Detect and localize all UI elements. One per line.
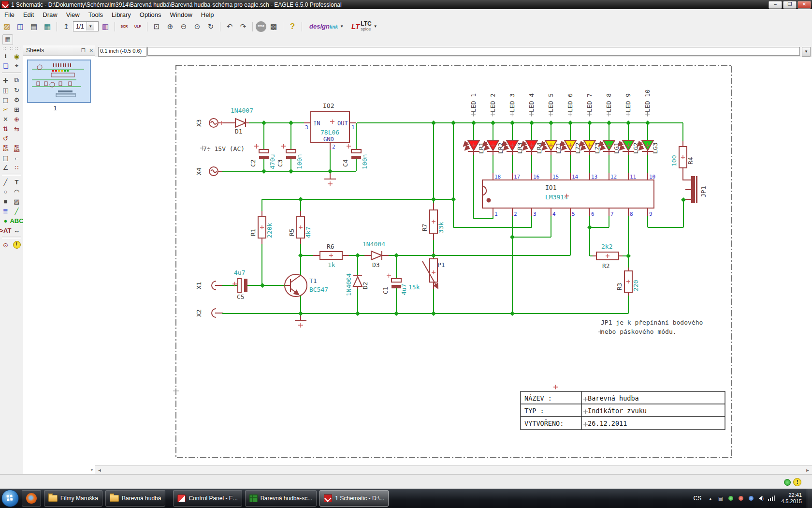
tool-invoke-icon[interactable]: ∷ [11,163,22,172]
component-led9[interactable]: LED 9 LG2 [618,93,639,180]
menu-edit[interactable]: Edit [19,10,38,19]
sheet-selector-arrow[interactable]: ▼ [87,22,94,30]
sheet-thumbnail[interactable] [27,60,91,103]
canvas-hscrollbar[interactable]: ◄ ► [95,465,812,475]
ltc-spice-button[interactable]: LT LTC spice [351,21,372,31]
tool-delete-icon[interactable]: ✕ [0,114,11,124]
help-icon[interactable]: ? [286,21,299,32]
tool-erc-icon[interactable]: ⊙ [0,240,11,250]
tool-change-icon[interactable]: ⚙ [11,95,22,105]
run-ulp-icon[interactable]: ULP [131,21,144,32]
design-link-button[interactable]: designlink [309,23,338,30]
tool-split-icon[interactable]: ∠ [0,163,11,172]
menu-view[interactable]: View [62,10,84,19]
component-jp1[interactable]: JP1 [683,173,707,203]
jp1-note[interactable]: JP1 je k přepínání bodového nebo páskové… [598,319,703,335]
title-bar[interactable]: 1 Schematic - D:\Dokumenty\Schéma\lm3914… [0,0,812,9]
tool-attribute-icon[interactable]: >AT [0,225,11,235]
component-c2[interactable]: C2 470u [249,123,276,171]
clock[interactable]: 22:41 4.5.2015 [781,492,802,505]
run-script-icon[interactable]: SCR [118,21,130,32]
minimize-button[interactable]: – [768,1,782,9]
component-x1[interactable]: X1 [195,281,223,290]
tray-status-green-icon[interactable] [726,494,735,502]
menu-help[interactable]: Help [197,10,218,19]
component-c3[interactable]: C3 100n [276,123,303,171]
tool-smash-icon[interactable]: ▤ [0,153,11,163]
tray-app-icon[interactable]: ▤ [716,494,725,502]
undo-icon[interactable]: ↶ [223,21,236,32]
menu-library[interactable]: Library [107,10,135,19]
show-hidden-icons[interactable]: ▴ [706,494,714,502]
tool-group-icon[interactable]: ▢ [0,95,11,105]
component-t1[interactable]: T1 BC547 [285,274,328,297]
command-history-arrow[interactable]: ▼ [802,47,811,57]
schematic-canvas[interactable]: X3 1N4007 D1 C2 470u C3 [95,57,812,465]
menu-file[interactable]: File [0,10,19,19]
component-d3[interactable]: 1N4004 D3 [362,240,389,269]
tool-add-icon[interactable]: ⊕ [11,114,22,124]
grid-button[interactable]: ▦ [2,34,13,45]
component-led8[interactable]: LED 8 LG1 [599,93,620,180]
component-x2[interactable]: X2 [195,309,223,317]
tray-status-blue-icon[interactable] [747,494,755,502]
drop-icon[interactable]: ↥ [60,21,72,32]
component-d2[interactable]: 1N4004 D2 [345,255,369,314]
component-led3[interactable]: LED 3 LR3 [502,93,523,180]
tool-miter-icon[interactable]: ⌐ [11,153,22,163]
component-led1[interactable]: LED 1 LR1 [464,93,485,219]
language-indicator[interactable]: CS [694,495,702,502]
show-desktop-button[interactable] [807,489,812,508]
tool-bus-icon[interactable]: ≣ [0,206,11,216]
tool-copy-icon[interactable]: ⧉ [11,75,22,85]
tool-value-icon[interactable]: R210k [11,143,22,153]
tool-cut-icon[interactable]: ✂ [0,105,11,114]
traffic-icon[interactable]: ▩ [267,21,280,32]
component-c4[interactable]: C4 100n [342,123,368,171]
tool-text-icon[interactable]: T [11,177,22,187]
tool-info-icon[interactable]: i [0,51,11,61]
tool-arc-icon[interactable]: ◠ [11,187,22,196]
command-line-input[interactable] [147,47,800,56]
tray-status-red-icon[interactable] [737,494,745,502]
component-led2[interactable]: LED 2 LR2 [483,93,504,180]
tool-move-icon[interactable]: ✚ [0,75,11,85]
schematic-drawing[interactable]: X3 1N4007 D1 C2 470u C3 [95,57,812,465]
tool-errors-icon[interactable]: ! [11,240,22,250]
open-icon[interactable]: ▨ [0,21,13,32]
component-led5[interactable]: LED 5 LZ1 [541,93,562,180]
menu-tools[interactable]: Tools [84,10,107,19]
print-icon[interactable]: ▤ [28,21,40,32]
tool-dimension-icon[interactable]: ↔ [11,225,22,235]
tool-net-icon[interactable]: ╱ [11,206,22,216]
sheets-panel-header[interactable]: Sheets ❐ ✕ [23,45,95,56]
component-r1[interactable]: R1 220k [249,211,273,285]
zoom-redraw-icon[interactable]: ↻ [204,21,217,32]
component-r4[interactable]: 100 R4 [670,141,694,173]
tool-pinswap-icon[interactable]: ⇅ [0,124,11,134]
float-panel-icon[interactable]: ❐ [79,48,87,53]
component-r7[interactable]: R7 33k [421,203,445,252]
tool-mirror-icon[interactable]: ◫ [0,85,11,95]
component-x3[interactable]: X3 [195,119,231,127]
menu-options[interactable]: Options [135,10,166,19]
volume-icon[interactable]: ) [757,494,765,502]
sheet-selector[interactable]: 1/1 ▼ [73,21,99,31]
menu-draw[interactable]: Draw [38,10,61,19]
tool-gateswap-icon[interactable]: ⇆ [11,124,22,134]
component-io1[interactable]: IO1 LM3914 18 17 16 15 14 13 12 11 10 1 … [482,174,655,217]
sheets-scroll-down-icon[interactable]: ▼ [90,468,94,472]
tool-show-icon[interactable]: ◉ [11,51,22,61]
close-panel-icon[interactable]: ✕ [87,48,95,53]
tool-rotate-icon[interactable]: ↻ [11,85,22,95]
save-icon[interactable]: ◫ [14,21,27,32]
status-warning-icon[interactable]: ! [793,478,801,486]
status-ok-icon[interactable] [784,479,791,486]
component-p1[interactable]: P1 15k [408,252,445,314]
component-r2[interactable]: 2k2 R2 [590,243,628,269]
export-image-icon[interactable]: ▦ [41,21,54,32]
component-io2[interactable]: IO2 IN OUT 78L06 GND 3 1 2 [304,102,356,150]
taskbar-button-board[interactable]: Barevná hudba-sc... [245,490,317,507]
tool-wire-icon[interactable]: ╱ [0,177,11,187]
tool-paste-icon[interactable]: ⊞ [11,105,22,114]
